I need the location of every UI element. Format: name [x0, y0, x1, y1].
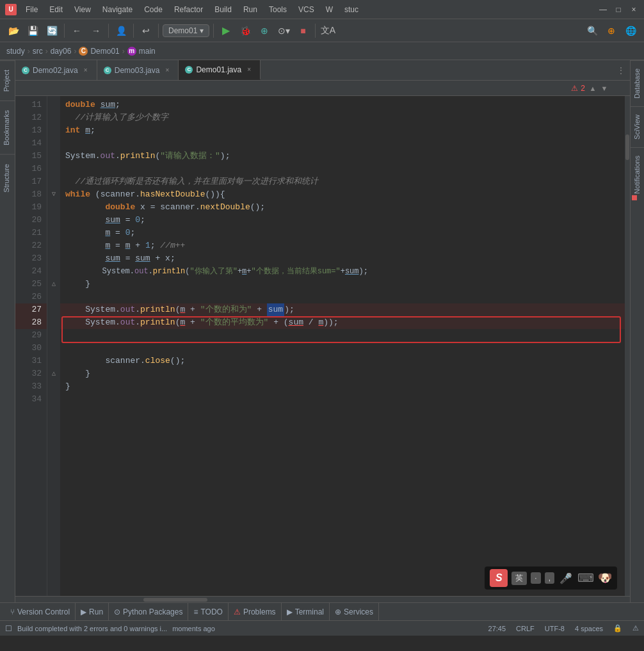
code-line-17[interactable]: //通过循环判断是否还有输入，并在里面对每一次进行求和和统计	[60, 175, 625, 188]
line-num-27[interactable]: 27	[15, 303, 47, 316]
code-line-16[interactable]	[60, 163, 625, 175]
terminal-button[interactable]: ▶ Terminal	[282, 603, 330, 620]
line-num-33[interactable]: 33	[15, 380, 47, 393]
ime-dot1-button[interactable]: ·	[531, 572, 540, 584]
code-line-20[interactable]: sum = 0;	[60, 214, 625, 227]
user-button[interactable]: 👤	[113, 22, 129, 39]
fold-icon-25[interactable]: △	[52, 278, 56, 291]
ime-mic-button[interactable]: 🎤	[558, 570, 574, 586]
code-line-21[interactable]: m = 0;	[60, 227, 625, 239]
sciview-panel-label[interactable]: SciView	[631, 106, 644, 147]
line-num-22[interactable]: 22	[15, 239, 47, 252]
line-num-11[interactable]: 11	[15, 99, 47, 111]
bookmarks-panel-label[interactable]: Bookmarks	[0, 100, 15, 154]
menu-file[interactable]: File	[20, 4, 43, 15]
horizontal-scrollbar[interactable]	[15, 596, 630, 602]
forward-button[interactable]: →	[88, 22, 104, 39]
line-num-23[interactable]: 23	[15, 252, 47, 265]
version-control-button[interactable]: ⑂ Version Control	[5, 603, 76, 620]
line-num-21[interactable]: 21	[15, 227, 47, 239]
tabs-more-button[interactable]: ⋮	[612, 60, 630, 80]
notifications-panel-label[interactable]: Notifications	[631, 147, 644, 202]
line-ending[interactable]: CRLF	[516, 625, 535, 632]
menu-edit[interactable]: Edit	[44, 4, 68, 15]
run-dropdown-button[interactable]: ⊙▾	[275, 22, 292, 39]
line-num-32[interactable]: 32	[15, 367, 47, 380]
line-num-28[interactable]: 28	[15, 316, 47, 329]
sync-button[interactable]: 🔄	[44, 22, 60, 39]
maximize-button[interactable]: □	[613, 4, 624, 15]
run-button[interactable]: ▶	[218, 22, 234, 39]
tab-demo02[interactable]: C Demo02.java ×	[15, 60, 97, 80]
line-num-18[interactable]: 18	[15, 188, 47, 201]
problems-button[interactable]: ⚠ Problems	[229, 603, 282, 620]
menu-code[interactable]: Code	[139, 4, 168, 15]
vertical-scrollbar[interactable]	[625, 96, 630, 596]
services-button[interactable]: ⊕ Services	[330, 603, 379, 620]
tab-close-demo01[interactable]: ×	[245, 65, 254, 74]
warning-icon[interactable]: ⚠	[632, 624, 639, 632]
project-panel-label[interactable]: Project	[0, 60, 15, 100]
code-line-32[interactable]: }	[60, 367, 625, 380]
menu-run[interactable]: Run	[238, 4, 262, 15]
run-configuration[interactable]: Demo01 ▾	[163, 24, 209, 37]
tab-demo03[interactable]: C Demo03.java ×	[97, 60, 179, 80]
line-num-14[interactable]: 14	[15, 137, 47, 150]
code-line-11[interactable]: double sum ;	[60, 99, 625, 111]
menu-stuc[interactable]: stuc	[339, 4, 364, 15]
run-tool-button[interactable]: ▶ Run	[76, 603, 109, 620]
bc-src[interactable]: src	[33, 47, 43, 56]
bc-demo01[interactable]: Demo01	[90, 47, 119, 56]
debug-button[interactable]: 🐞	[237, 22, 254, 39]
indent[interactable]: 4 spaces	[575, 625, 603, 632]
menu-tools[interactable]: Tools	[264, 4, 292, 15]
update-button[interactable]: ⊕	[603, 22, 620, 39]
line-num-12[interactable]: 12	[15, 111, 47, 124]
code-line-31[interactable]: scanner.close();	[60, 355, 625, 367]
todo-button[interactable]: ≡ TODO	[188, 603, 228, 620]
code-line-24[interactable]: System.out.println("你输入了第"+m+"个数据，当前结果su…	[60, 265, 625, 278]
build-checkbox[interactable]: ☐	[5, 624, 12, 633]
bc-day06[interactable]: day06	[51, 47, 72, 56]
fold-icon-18[interactable]: ▽	[52, 188, 56, 201]
line-num-30[interactable]: 30	[15, 342, 47, 355]
line-num-13[interactable]: 13	[15, 124, 47, 137]
cursor-position[interactable]: 27:45	[488, 625, 506, 632]
code-line-13[interactable]: int m ;	[60, 124, 625, 137]
menu-w[interactable]: W	[321, 4, 338, 15]
menu-navigate[interactable]: Navigate	[97, 4, 138, 15]
code-line-27[interactable]: System.out.println(m + "个数的和为" + sum);	[60, 303, 625, 316]
line-num-15[interactable]: 15	[15, 150, 47, 163]
minimize-button[interactable]: —	[598, 4, 608, 15]
search-button[interactable]: 🔍	[584, 22, 600, 39]
tab-close-demo03[interactable]: ×	[163, 66, 172, 75]
ime-dot2-button[interactable]: ,	[545, 572, 554, 584]
back-button[interactable]: ←	[68, 22, 85, 39]
encoding[interactable]: UTF-8	[545, 625, 565, 632]
open-folder-button[interactable]: 📂	[5, 22, 22, 39]
menu-vcs[interactable]: VCS	[293, 4, 319, 15]
line-num-29[interactable]: 29	[15, 329, 47, 342]
line-num-34[interactable]: 34	[15, 393, 47, 406]
ime-keyboard-button[interactable]: ⌨	[577, 571, 594, 585]
code-line-23[interactable]: sum = sum + x;	[60, 252, 625, 265]
bc-study[interactable]: study	[6, 47, 25, 56]
ime-lang-button[interactable]: 英	[511, 572, 527, 585]
code-line-33[interactable]: }	[60, 380, 625, 393]
line-num-25[interactable]: 25	[15, 278, 47, 291]
line-num-20[interactable]: 20	[15, 214, 47, 227]
code-line-34[interactable]	[60, 393, 625, 406]
code-line-18[interactable]: while (scanner.hasNextDouble()){	[60, 188, 625, 201]
code-line-25[interactable]: }	[60, 278, 625, 291]
code-lines[interactable]: double sum ; //计算输入了多少个数字 int m ;	[60, 96, 625, 596]
line-num-26[interactable]: 26	[15, 291, 47, 303]
coverage-button[interactable]: ⊕	[256, 22, 273, 39]
fold-icon-32[interactable]: △	[52, 367, 56, 380]
structure-panel-label[interactable]: Structure	[0, 154, 15, 202]
ime-brand-icon[interactable]: S	[490, 569, 508, 587]
menu-refactor[interactable]: Refactor	[169, 4, 208, 15]
line-num-16[interactable]: 16	[15, 163, 47, 175]
stop-button[interactable]: ■	[294, 22, 311, 39]
menu-view[interactable]: View	[69, 4, 96, 15]
code-line-29[interactable]	[60, 329, 625, 342]
